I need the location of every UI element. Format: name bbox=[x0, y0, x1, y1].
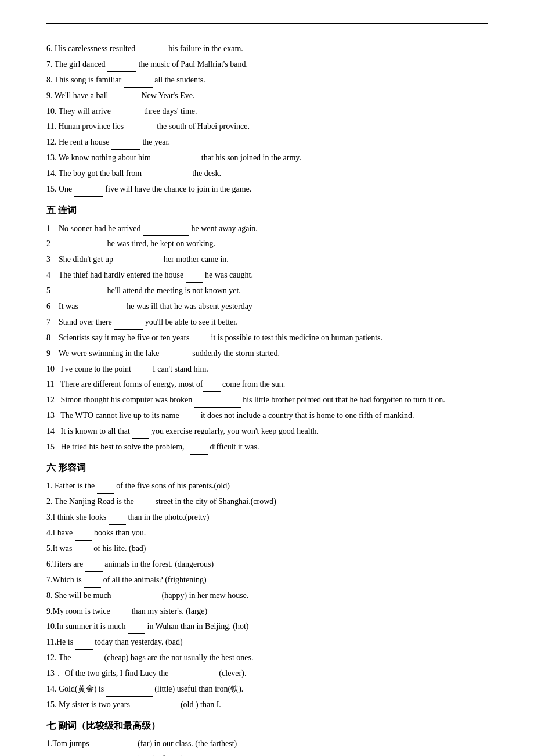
s5-line-8: 8 Scientists say it may be five or ten y… bbox=[46, 330, 488, 345]
s5-line-9: 9 We were swimming in the lake suddenly … bbox=[46, 346, 488, 361]
s5-blank-3 bbox=[115, 258, 161, 267]
s5-blank-13 bbox=[181, 414, 199, 423]
s6-line-10: 10.In summer it is much in Wuhan than in… bbox=[46, 619, 488, 634]
s5-blank-4 bbox=[186, 273, 203, 283]
s5-line-15: 15 He tried his best to solve the proble… bbox=[46, 440, 488, 455]
section5-header: 五 连词 bbox=[46, 201, 488, 219]
s6-blank-13 bbox=[171, 672, 217, 681]
s6-line-9: 9.My room is twice than my sister's. (la… bbox=[46, 604, 488, 619]
s6-blank-4 bbox=[75, 531, 92, 541]
blank-8 bbox=[124, 78, 153, 88]
line-14: 14. The boy got the ball from the desk. bbox=[46, 166, 488, 181]
s7-blank-1 bbox=[91, 742, 138, 751]
s6-blank-14 bbox=[106, 687, 153, 697]
blank-14 bbox=[144, 172, 190, 181]
s5-line-1: 1 No sooner had he arrived he went away … bbox=[46, 221, 488, 236]
s5-line-6: 6 It was he was ill that he was absent y… bbox=[46, 299, 488, 314]
s6-line-4: 4.I have books than you. bbox=[46, 525, 488, 541]
s5-blank-12 bbox=[194, 398, 241, 408]
s5-blank-10 bbox=[134, 367, 151, 376]
line-8: 8. This song is familiar all the student… bbox=[46, 73, 488, 88]
s5-blank-14 bbox=[132, 430, 149, 439]
s7-line-2: 2.Lucy sings (well) of all. (the best) bbox=[46, 752, 488, 756]
s5-blank-6 bbox=[80, 305, 127, 314]
s6-line-15: 15. My sister is two years (old ) than I… bbox=[46, 697, 488, 712]
blank-13 bbox=[153, 156, 199, 165]
s6-blank-10 bbox=[128, 625, 145, 634]
s7-line-1: 1.Tom jumps (far) in our class. (the far… bbox=[46, 736, 488, 751]
s6-line-1: 1. Father is the of the five sons of his… bbox=[46, 478, 488, 494]
s5-line-7: 7 Stand over there you'll be able to see… bbox=[46, 315, 488, 330]
s6-line-6: 6.Titers are animals in the forest. (dan… bbox=[46, 557, 488, 572]
s5-line-5: 5 he'll attend the meeting is not known … bbox=[46, 283, 488, 298]
blank-12 bbox=[111, 141, 140, 150]
s5-line-11: 11 There are different forms of energy, … bbox=[46, 377, 488, 392]
s6-blank-7 bbox=[84, 578, 101, 588]
line-9: 9. We'll have a ball New Year's Eve. bbox=[46, 88, 488, 103]
s6-blank-15 bbox=[132, 703, 178, 712]
s6-line-2: 2. The Nanjing Road is the street in the… bbox=[46, 494, 488, 509]
line-10: 10. They will arrive three days' time. bbox=[46, 104, 488, 119]
main-content: 6. His carelessness resulted his failure… bbox=[46, 41, 488, 756]
s6-blank-9 bbox=[112, 609, 129, 618]
s5-line-14: 14 It is known to all that you exercise … bbox=[46, 424, 488, 439]
blank-9 bbox=[110, 94, 139, 103]
s5-line-10: 10 I've come to the point I can't stand … bbox=[46, 362, 488, 377]
line-11: 11. Hunan province lies the south of Hub… bbox=[46, 119, 488, 134]
line-15: 15. One five will have the chance to joi… bbox=[46, 182, 488, 197]
s5-blank-7 bbox=[114, 321, 143, 330]
s5-blank-11 bbox=[203, 383, 221, 392]
s5-line-2: 2 he was tired, he kept on working. bbox=[46, 236, 488, 251]
blank-6 bbox=[138, 47, 167, 56]
s5-line-12: 12 Simon thought his computer was broken… bbox=[46, 393, 488, 408]
s6-blank-1 bbox=[97, 484, 114, 494]
s5-blank-2 bbox=[59, 242, 105, 251]
s6-blank-12 bbox=[73, 656, 102, 665]
blank-15 bbox=[74, 188, 103, 197]
line-6: 6. His carelessness resulted his failure… bbox=[46, 41, 488, 56]
line-13: 13. We know nothing about him that his s… bbox=[46, 150, 488, 165]
section6-header: 六 形容词 bbox=[46, 459, 488, 477]
s5-blank-15 bbox=[190, 445, 208, 455]
blank-10 bbox=[113, 109, 142, 118]
s6-blank-5 bbox=[74, 547, 92, 556]
blank-11 bbox=[126, 125, 155, 134]
s6-blank-3 bbox=[109, 516, 126, 525]
line-7: 7. The girl danced the music of Paul Mal… bbox=[46, 57, 488, 72]
line-12: 12. He rent a house the year. bbox=[46, 135, 488, 150]
s5-line-4: 4 The thief had hardly entered the house… bbox=[46, 268, 488, 283]
s6-line-12: 12. The (cheap) bags are the not usually… bbox=[46, 650, 488, 665]
s6-line-3: 3.I think she looks than in the photo.(p… bbox=[46, 510, 488, 525]
s6-blank-11 bbox=[75, 640, 93, 650]
section7-header: 七 副词（比较级和最高级） bbox=[46, 717, 488, 735]
s6-blank-8 bbox=[113, 594, 160, 603]
top-divider bbox=[46, 23, 488, 24]
blank-7 bbox=[107, 63, 136, 72]
s6-line-8: 8. She will be much (happy) in her mew h… bbox=[46, 588, 488, 603]
s5-blank-5 bbox=[59, 289, 105, 298]
s6-line-13: 13． Of the two girls, I find Lucy the (c… bbox=[46, 666, 488, 681]
s5-line-13: 13 The WTO cannot live up to its name it… bbox=[46, 408, 488, 423]
s6-blank-6 bbox=[85, 563, 103, 572]
s6-line-11: 11.He is today than yesterday. (bad) bbox=[46, 635, 488, 650]
s6-blank-2 bbox=[136, 500, 153, 509]
s6-line-5: 5.It was of his life. (bad) bbox=[46, 541, 488, 556]
s6-line-14: 14. Gold(黄金) is (little) useful than iro… bbox=[46, 682, 488, 697]
s5-blank-9 bbox=[161, 352, 190, 361]
s5-blank-1 bbox=[143, 226, 189, 236]
s6-line-7: 7.Which is of all the animals? (frighten… bbox=[46, 573, 488, 588]
s5-blank-8 bbox=[192, 336, 209, 345]
s5-line-3: 3 She didn't get up her mother came in. bbox=[46, 252, 488, 267]
